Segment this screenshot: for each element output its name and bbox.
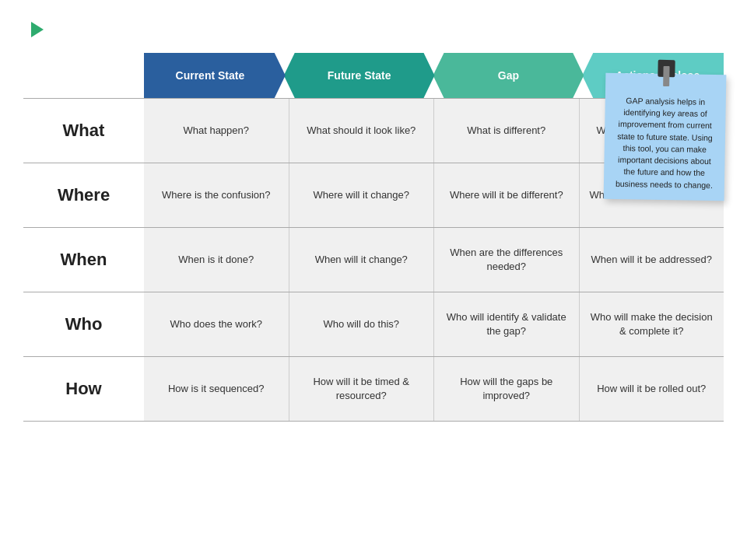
cell-who-col4: Who will make the decision & complete it… <box>580 292 724 356</box>
table-row: When is it done?When will it change?When… <box>144 228 724 292</box>
cell-who-col1: Who does the work? <box>144 292 289 356</box>
row-labels: WhatWhereWhenWhoHow <box>23 98 144 422</box>
sticky-note-text: GAP analysis helps in identifying key ar… <box>615 96 713 189</box>
row-label-when: When <box>23 228 144 292</box>
sticky-note: GAP analysis helps in identifying key ar… <box>604 73 727 201</box>
cell-when-col1: When is it done? <box>144 228 289 292</box>
cell-when-col2: When will it change? <box>289 228 435 292</box>
header-col1: Current State <box>144 53 286 98</box>
title-triangle <box>31 22 44 37</box>
cell-how-col3: How will the gaps be improved? <box>434 357 580 421</box>
cell-how-col2: How will it be timed & resourced? <box>289 357 435 421</box>
cell-who-col2: Who will do this? <box>289 292 435 356</box>
row-label-how: How <box>23 357 144 422</box>
cell-what-col2: What should it look like? <box>289 99 435 163</box>
cell-where-col3: Where will it be different? <box>434 163 580 227</box>
cell-where-col1: Where is the confusion? <box>144 163 289 227</box>
header-col2: Future State <box>284 53 435 98</box>
title-area <box>0 0 747 45</box>
cell-where-col2: Where will it change? <box>289 163 435 227</box>
cell-how-col4: How will it be rolled out? <box>580 357 724 421</box>
cell-how-col1: How is it sequenced? <box>144 357 289 421</box>
row-label-where: Where <box>23 163 144 228</box>
header-col3: Gap <box>433 53 584 98</box>
cell-when-col4: When will it be addressed? <box>580 228 724 292</box>
cell-what-col3: What is different? <box>434 99 580 163</box>
row-label-who: Who <box>23 292 144 357</box>
cell-what-col1: What happen? <box>144 99 289 163</box>
table-row: Who does the work?Who will do this?Who w… <box>144 292 724 357</box>
cell-when-col3: When are the differences needed? <box>434 228 580 292</box>
cell-who-col3: Who will identify & validate the gap? <box>434 292 580 356</box>
row-label-what: What <box>23 98 144 163</box>
table-row: How is it sequenced?How will it be timed… <box>144 357 724 422</box>
